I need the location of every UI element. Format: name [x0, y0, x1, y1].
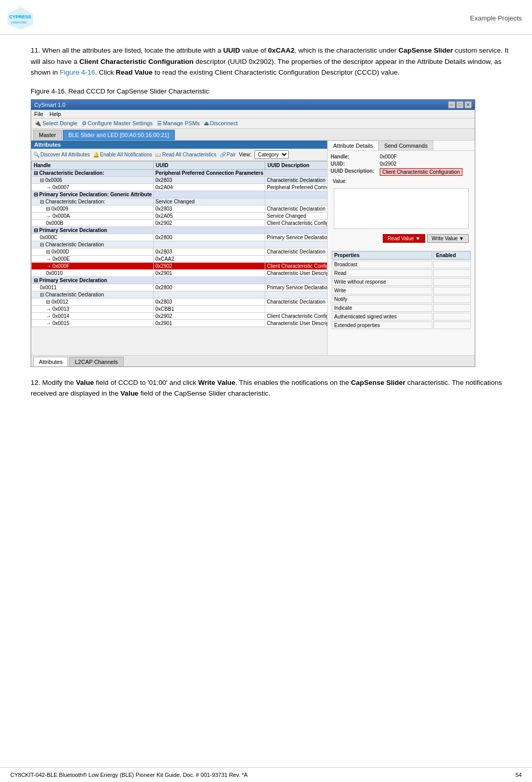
- table-row[interactable]: ⊟ 0x000D0x2803Characteristic Declaration…: [32, 248, 328, 255]
- step12-write-label: Write Value: [198, 379, 236, 386]
- maximize-button[interactable]: □: [456, 101, 464, 108]
- table-row[interactable]: → 0x000F0x2902Client Characteristic Conf…: [32, 262, 328, 269]
- cell-uuid: Service Changed: [154, 198, 265, 205]
- table-row[interactable]: ⊟ Characteristic Declaration:Service Cha…: [32, 198, 328, 205]
- bottom-tab-l2cap[interactable]: L2CAP Channels: [69, 357, 123, 366]
- cell-uuid: 0x2A04: [154, 183, 265, 191]
- cell-uuid: 0x2803: [154, 205, 265, 212]
- configure-icon: ⚙: [82, 120, 87, 127]
- cell-handle: ⊟ 0x000D: [32, 248, 154, 255]
- step12-text: 12. Modify the Value field of CCCD to '0…: [31, 377, 512, 399]
- table-row[interactable]: ⊟ Characteristic Declaration:Peripheral …: [32, 169, 328, 176]
- step12-value-label2: Value: [121, 389, 138, 397]
- manage-psms-btn[interactable]: ☰ Manage PSMs: [157, 120, 200, 127]
- table-row[interactable]: 0x000C0x2800Primary Service DeclarationB…: [32, 234, 328, 241]
- cell-uuid: [154, 241, 265, 248]
- table-row[interactable]: → 0x000A0x2A05Service Changed0x22: [32, 212, 328, 219]
- prop-name: Write without response: [332, 278, 432, 286]
- step11-uuid-value: 0xCAA2: [268, 47, 295, 54]
- minimize-button[interactable]: ─: [448, 101, 455, 108]
- bottom-tab-attributes[interactable]: Attributes: [33, 357, 68, 366]
- attribute-details-panel: Handle: 0x000F UUID: 0x2902 UUID Descrip…: [328, 151, 475, 248]
- step12-capsense-label: CapSense Slider: [351, 379, 406, 386]
- figure-number: Figure 4-16.: [31, 87, 66, 95]
- cell-desc: Client Characteristic Configuration: [265, 312, 327, 319]
- table-row[interactable]: → 0x00150x2901Characteristic User Descri…: [32, 319, 328, 327]
- property-row: Notify: [332, 295, 471, 303]
- table-row[interactable]: → 0x000E0xCAA20x10: [32, 255, 328, 262]
- table-row[interactable]: → 0x00140x2902Client Characteristic Conf…: [32, 312, 328, 319]
- menu-file[interactable]: File: [34, 111, 43, 117]
- cell-desc: Characteristic Declaration: [265, 248, 327, 255]
- table-row[interactable]: ⊟ Characteristic Declaration: [32, 291, 328, 298]
- enable-notifications-btn[interactable]: 🔔 Enable All Notifications: [93, 152, 152, 157]
- cell-desc: [265, 191, 327, 198]
- table-row[interactable]: 0x000B0x2902Client Characteristic Config…: [32, 219, 328, 226]
- attributes-toolbar: 🔍 Discover All Attributes 🔔 Enable All N…: [31, 149, 327, 161]
- cell-uuid: [154, 277, 265, 284]
- cell-uuid: 0xCBB1: [154, 305, 265, 312]
- prop-name: Read: [332, 269, 432, 277]
- table-row[interactable]: ⊟ 0x00090x2803Characteristic Declaration…: [32, 205, 328, 212]
- table-row[interactable]: ⊟ Primary Service Declaration: [32, 226, 328, 234]
- step11-fig-link[interactable]: Figure 4-16: [60, 68, 95, 76]
- table-row[interactable]: → 0x00130xCBB10x1A: [32, 305, 328, 312]
- tab-attribute-details[interactable]: Attribute Details: [328, 141, 379, 150]
- step11-text1: When all the attributes are listed, loca…: [42, 47, 223, 54]
- table-row[interactable]: 0x00100x2901Characteristic User Descript…: [32, 269, 328, 277]
- cell-uuid: 0x2800: [154, 234, 265, 241]
- svg-text:CYPRESS: CYPRESS: [9, 14, 31, 19]
- disconnect-btn[interactable]: ⏏ Disconnect: [204, 120, 238, 127]
- step12-text5: field of the CapSense Slider characteris…: [138, 389, 270, 397]
- read-all-btn[interactable]: 📖 Read All Characteristics: [155, 152, 216, 157]
- table-row[interactable]: ⊟ Characteristic Declaration: [32, 241, 328, 248]
- configure-master-btn[interactable]: ⚙ Configure Master Settings: [82, 120, 153, 127]
- cell-desc: Characteristic User Description: [265, 269, 327, 277]
- tab-bar: Master BLE Slider and LED [00:A0:50:16:0…: [31, 129, 475, 141]
- prop-name: Write: [332, 287, 432, 294]
- prop-enabled: [433, 313, 471, 320]
- write-value-button[interactable]: Write Value ▼: [427, 234, 469, 243]
- tab-ble[interactable]: BLE Slider and LED [00:A0:50:16:00:21]: [63, 130, 175, 140]
- read-value-button[interactable]: Read Value ▼: [383, 234, 425, 243]
- table-row[interactable]: ⊟ Primary Service Declaration: [32, 277, 328, 284]
- prop-name: Notify: [332, 295, 432, 303]
- page-footer: CY8CKIT-042-BLE Bluetooth® Low Energy (B…: [0, 767, 532, 782]
- table-row[interactable]: ⊟ 0x00060x2803Characteristic Declaration…: [32, 176, 328, 183]
- table-row[interactable]: ⊟ 0x00120x2803Characteristic Declaration…: [32, 298, 328, 305]
- table-row[interactable]: 0x00110x2800Primary Service DeclarationB…: [32, 284, 328, 291]
- right-tabs: Attribute Details Send Commands: [328, 141, 475, 151]
- property-row: Indicate: [332, 304, 471, 312]
- step11-text2: value of: [240, 47, 268, 54]
- close-button[interactable]: ✕: [465, 101, 472, 108]
- psm-icon: ☰: [157, 120, 162, 127]
- discover-all-btn[interactable]: 🔍 Discover All Attributes: [33, 152, 90, 157]
- prop-enabled: [433, 287, 471, 294]
- pair-icon: 🔗: [220, 152, 226, 157]
- cell-desc: Client Characteristic Configuration: [265, 262, 327, 269]
- cell-handle: ⊟ Characteristic Declaration: [32, 291, 154, 298]
- cell-desc: [265, 291, 327, 298]
- tab-send-commands[interactable]: Send Commands: [379, 141, 433, 150]
- menu-help[interactable]: Help: [50, 111, 61, 117]
- view-dropdown[interactable]: Category: [255, 150, 289, 159]
- cell-uuid: 0x2803: [154, 248, 265, 255]
- cell-uuid: 0x2902: [154, 262, 265, 269]
- prop-enabled: [433, 278, 471, 286]
- property-row: Write: [332, 287, 471, 294]
- cell-desc: [265, 226, 327, 234]
- property-row: Broadcast: [332, 261, 471, 268]
- cell-desc: Characteristic Declaration: [265, 176, 327, 183]
- cell-uuid: 0x2800: [154, 284, 265, 291]
- step11-text3: , which is the characteristic under: [294, 47, 398, 54]
- table-row[interactable]: → 0x00070x2A04Peripheral Preferred Conne…: [32, 183, 328, 191]
- value-section-label: Value:: [331, 177, 472, 185]
- cell-handle: ⊟ 0x0009: [32, 205, 154, 212]
- property-row: Read: [332, 269, 471, 277]
- properties-table: Properties Enabled BroadcastReadWrite wi…: [331, 250, 472, 330]
- table-row[interactable]: ⊟ Primary Service Declaration: Generic A…: [32, 191, 328, 198]
- cell-handle: ⊟ 0x0006: [32, 176, 154, 183]
- select-dongle-btn[interactable]: 🔌 Select Dongle: [34, 120, 78, 127]
- tab-master[interactable]: Master: [33, 130, 62, 140]
- pair-btn[interactable]: 🔗 Pair: [220, 152, 236, 157]
